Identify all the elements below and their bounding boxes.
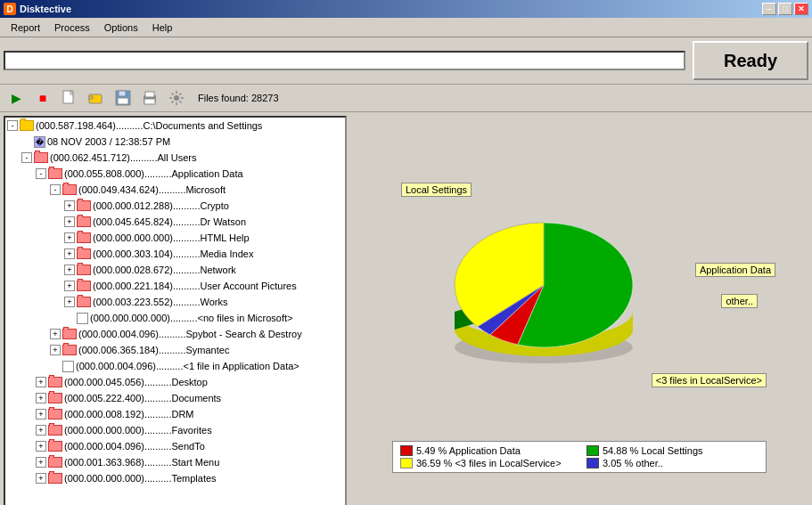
expand-icon[interactable]: + — [64, 248, 75, 259]
tree-item[interactable]: �08 NOV 2003 / 12:38:57 PM — [5, 134, 345, 150]
file-icon — [62, 361, 74, 372]
svg-rect-10 — [144, 99, 155, 104]
tree-item-label: (000.000.004.096)..........SendTo — [64, 439, 205, 453]
expand-icon[interactable]: + — [64, 297, 75, 307]
new-button[interactable] — [57, 86, 82, 110]
expand-icon[interactable]: - — [7, 120, 18, 131]
tree-item[interactable]: +(000.003.223.552)..........Works — [5, 294, 345, 310]
folder-red-icon — [77, 232, 91, 243]
expand-icon[interactable]: + — [64, 232, 75, 243]
close-button[interactable]: ✕ — [794, 3, 808, 15]
tree-item[interactable]: +(000.000.221.184)..........User Account… — [5, 278, 345, 294]
tree-item[interactable]: +(000.005.222.400)..........Documents — [5, 390, 345, 406]
tree-item[interactable]: -(000.049.434.624)..........Microsoft — [5, 182, 345, 198]
expand-icon[interactable]: - — [21, 152, 32, 163]
folder-red-icon — [34, 152, 48, 163]
menu-help[interactable]: Help — [145, 20, 180, 35]
minimize-button[interactable]: ─ — [762, 3, 776, 15]
ready-button[interactable]: Ready — [693, 41, 808, 80]
tree-item[interactable]: +(000.000.045.056)..........Desktop — [5, 374, 345, 390]
tree-item[interactable]: +(000.000.004.096)..........SendTo — [5, 438, 345, 454]
tree-item[interactable]: +(000.000.008.192)..........DRM — [5, 406, 345, 422]
tree-item[interactable]: +(000.000.028.672)..........Network — [5, 262, 345, 278]
legend-label-local-service: 36.59 % <3 files in LocalService> — [416, 458, 562, 468]
tree-item-label: 08 NOV 2003 / 12:38:57 PM — [47, 134, 170, 149]
play-button[interactable]: ▶ — [4, 86, 29, 110]
expand-icon[interactable]: + — [64, 200, 75, 211]
file-icon — [77, 313, 88, 324]
folder-red-icon — [77, 200, 91, 211]
tree-item[interactable]: +(000.000.004.096)..........Spybot - Sea… — [5, 326, 345, 342]
settings-button[interactable] — [164, 86, 189, 110]
expand-icon[interactable]: + — [36, 473, 46, 484]
application-data-label: Application Data — [695, 263, 775, 277]
folder-red-icon — [48, 168, 62, 179]
folder-red-icon — [77, 297, 91, 307]
tree-item[interactable]: +(000.006.365.184)..........Symantec — [5, 342, 345, 358]
expand-icon[interactable]: + — [50, 345, 61, 355]
tree-item[interactable]: +(000.001.363.968)..........Start Menu — [5, 454, 345, 470]
expand-icon[interactable]: - — [50, 184, 61, 195]
tree-item-label: (000.000.000.000)..........<no files in … — [90, 311, 292, 325]
tree-item[interactable]: +(000.000.012.288)..........Crypto — [5, 198, 345, 214]
tree-item[interactable]: +(000.000.303.104)..........Media Index — [5, 246, 345, 262]
expand-icon[interactable]: + — [36, 425, 46, 436]
tree-item-label: (000.000.028.672)..........Network — [93, 263, 236, 277]
menu-options[interactable]: Options — [97, 20, 145, 35]
chart-panel: Local Settings Application Data other.. … — [347, 112, 812, 505]
legend-label-app-data: 5.49 % Application Data — [416, 445, 521, 456]
tree-item[interactable]: +(000.045.645.824)..........Dr Watson — [5, 214, 345, 230]
stop-button[interactable]: ■ — [30, 86, 55, 110]
expand-icon[interactable]: - — [36, 168, 46, 179]
tree-item-label: (000.000.008.192)..........DRM — [64, 407, 194, 421]
maximize-button[interactable]: □ — [778, 3, 792, 15]
legend-item-local-service: 36.59 % <3 files in LocalService> — [400, 458, 572, 468]
folder-icon — [20, 120, 34, 131]
expand-icon[interactable]: + — [36, 457, 46, 468]
svg-rect-4 — [89, 96, 93, 99]
print-button[interactable] — [137, 86, 162, 110]
expand-icon[interactable]: + — [64, 216, 75, 227]
expand-icon[interactable]: + — [64, 281, 75, 291]
tree-item-label: (000.000.004.096)..........<1 file in Ap… — [76, 359, 299, 373]
toolbar-area: Ready — [0, 37, 812, 85]
app-title: Disktective — [20, 4, 71, 14]
expand-icon[interactable]: + — [64, 265, 75, 275]
window-controls: ─ □ ✕ — [762, 3, 808, 15]
legend-color-green — [586, 445, 599, 456]
svg-point-11 — [174, 95, 179, 101]
expand-icon[interactable]: + — [36, 409, 46, 419]
legend-item-app-data: 5.49 % Application Data — [400, 445, 572, 456]
expand-icon[interactable]: + — [36, 393, 46, 403]
save-button[interactable] — [111, 86, 135, 110]
pie-chart — [428, 174, 660, 387]
folder-red-icon — [48, 441, 62, 452]
tree-item-label: (000.006.365.184)..........Symantec — [78, 343, 229, 357]
tree-item[interactable]: -(000.062.451.712)..........All Users — [5, 150, 345, 166]
menu-bar: Report Process Options Help — [0, 18, 812, 37]
tree-item-label: (000.003.223.552)..........Works — [93, 295, 227, 309]
tree-item-label: (000.001.363.968)..........Start Menu — [64, 455, 219, 469]
tree-item[interactable]: +(000.000.000.000)..........Favorites — [5, 422, 345, 438]
menu-process[interactable]: Process — [47, 20, 97, 35]
menu-report[interactable]: Report — [4, 20, 47, 35]
folder-red-icon — [62, 329, 77, 339]
chart-legend: 5.49 % Application Data 54.88 % Local Se… — [392, 441, 767, 473]
tree-panel[interactable]: -(000.587.198.464)..........C:\Documents… — [4, 116, 347, 505]
folder-red-icon — [48, 377, 62, 387]
open-button[interactable] — [84, 86, 109, 110]
tree-item[interactable]: (000.000.004.096)..........<1 file in Ap… — [5, 358, 345, 374]
expand-icon[interactable]: + — [36, 441, 46, 452]
icon-toolbar: ▶ ■ Files found: 28273 — [0, 85, 812, 112]
expand-icon[interactable]: + — [36, 377, 46, 387]
tree-item[interactable]: (000.000.000.000)..........<no files in … — [5, 310, 345, 326]
expand-icon[interactable]: + — [50, 329, 61, 339]
search-input[interactable] — [4, 51, 685, 70]
tree-item[interactable]: -(000.055.808.000)..........Application … — [5, 166, 345, 182]
tree-item[interactable]: -(000.587.198.464)..........C:\Documents… — [5, 118, 345, 134]
legend-label-other: 3.05 % other.. — [603, 458, 663, 468]
tree-item[interactable]: +(000.000.000.000)..........Templates — [5, 470, 345, 486]
tree-item[interactable]: +(000.000.000.000)..........HTML Help — [5, 230, 345, 246]
date-icon: � — [34, 136, 45, 148]
legend-color-red — [400, 445, 413, 456]
